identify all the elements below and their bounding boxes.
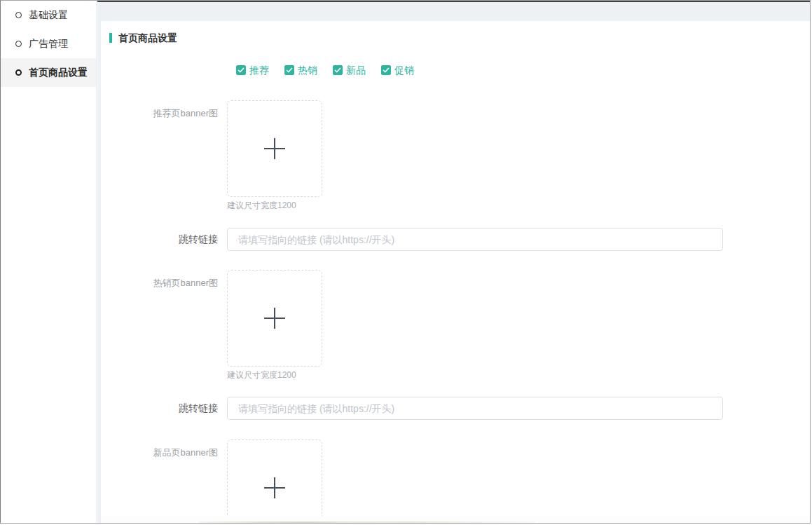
- checkbox-promotion[interactable]: 促销: [381, 65, 414, 75]
- checkmark-icon: [383, 67, 390, 73]
- checkmark-icon: [238, 67, 245, 73]
- title-accent-bar: [109, 33, 112, 43]
- sidebar-item-home-product-settings[interactable]: 首页商品设置: [1, 58, 96, 87]
- recommended-banner-upload-button[interactable]: [227, 100, 322, 197]
- sidebar-item-label: 基础设置: [29, 9, 68, 22]
- upload-size-hint: 建议尺寸宽度1200: [227, 201, 322, 210]
- checkmark-icon: [334, 67, 341, 73]
- circle-icon: [15, 69, 22, 76]
- checkbox-checked[interactable]: [236, 65, 246, 75]
- plus-icon: [261, 475, 288, 501]
- field-label: 跳转链接: [109, 233, 227, 246]
- new-product-banner-upload-button[interactable]: [227, 439, 322, 517]
- page-title: 首页商品设置: [118, 33, 177, 43]
- checkbox-label: 新品: [346, 65, 366, 75]
- app-window: 基础设置 广告管理 首页商品设置 首页商品设置 推荐 热销: [0, 0, 811, 524]
- checkmark-icon: [286, 67, 293, 73]
- form-row-jump-link-1: 跳转链接: [109, 228, 810, 251]
- sidebar-item-basic-settings[interactable]: 基础设置: [1, 1, 96, 29]
- next-image-peek: [199, 521, 535, 524]
- upload-size-hint: 建议尺寸宽度1200: [227, 371, 322, 379]
- upload-wrap: 建议尺寸宽度1200: [227, 270, 322, 379]
- plus-icon: [261, 305, 288, 332]
- checkbox-checked[interactable]: [333, 65, 343, 75]
- form-row-jump-link-2: 跳转链接: [109, 397, 810, 420]
- field-label: 推荐页banner图: [109, 100, 227, 210]
- circle-icon: [15, 12, 22, 18]
- settings-sidebar: 基础设置 广告管理 首页商品设置: [1, 1, 97, 523]
- jump-link-input-2[interactable]: [227, 397, 723, 420]
- upload-wrap: 建议尺寸宽度1200: [227, 100, 322, 210]
- checkbox-recommended[interactable]: 推荐: [236, 65, 269, 75]
- form-row-hot-sale-banner: 热销页banner图 建议尺寸宽度1200: [109, 270, 810, 379]
- form-row-new-product-banner: 新品页banner图: [109, 439, 810, 517]
- hot-sale-banner-upload-button[interactable]: [227, 270, 322, 367]
- field-label: 跳转链接: [109, 402, 227, 415]
- field-label: 热销页banner图: [109, 270, 227, 379]
- below-card-strip: [101, 517, 810, 523]
- jump-link-input-1[interactable]: [227, 228, 723, 251]
- circle-icon: [15, 41, 22, 47]
- section-title: 首页商品设置: [109, 33, 810, 43]
- sidebar-item-ad-management[interactable]: 广告管理: [1, 29, 96, 58]
- sidebar-item-label: 广告管理: [29, 38, 68, 50]
- form-row-recommended-banner: 推荐页banner图 建议尺寸宽度1200: [109, 100, 810, 210]
- upload-wrap: [227, 439, 322, 517]
- home-product-settings-card: 首页商品设置 推荐 热销 新品 促销 推荐页banner图: [101, 21, 810, 517]
- plus-icon: [261, 135, 288, 162]
- checkbox-label: 促销: [394, 65, 414, 75]
- checkbox-label: 推荐: [249, 65, 269, 75]
- field-label: 新品页banner图: [109, 439, 227, 517]
- category-checkbox-row: 推荐 热销 新品 促销: [236, 65, 810, 75]
- checkbox-hot-sale[interactable]: 热销: [284, 65, 317, 75]
- checkbox-checked[interactable]: [381, 65, 391, 75]
- checkbox-checked[interactable]: [284, 65, 294, 75]
- checkbox-new-product[interactable]: 新品: [333, 65, 366, 75]
- sidebar-item-label: 首页商品设置: [29, 67, 88, 79]
- checkbox-label: 热销: [298, 65, 317, 75]
